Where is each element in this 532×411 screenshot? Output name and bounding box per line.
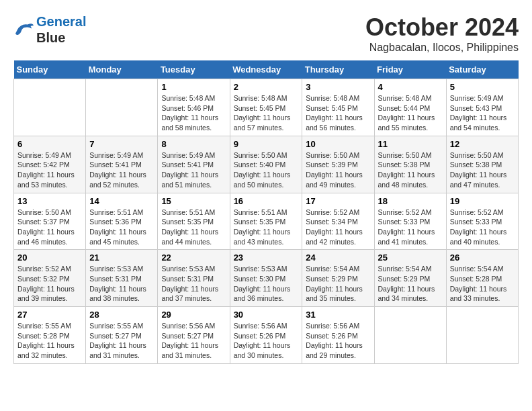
day-number: 14 bbox=[89, 196, 154, 206]
day-detail: Sunrise: 5:48 AMSunset: 5:46 PMDaylight:… bbox=[161, 93, 226, 133]
col-header-tuesday: Tuesday bbox=[158, 60, 230, 79]
day-number: 28 bbox=[89, 310, 154, 320]
day-cell: 17Sunrise: 5:52 AMSunset: 5:34 PMDayligh… bbox=[302, 193, 374, 250]
day-number: 6 bbox=[17, 139, 82, 149]
day-cell bbox=[14, 79, 86, 136]
col-header-saturday: Saturday bbox=[446, 60, 518, 79]
day-number: 13 bbox=[17, 196, 82, 206]
day-number: 16 bbox=[234, 196, 299, 206]
logo-icon bbox=[13, 19, 34, 40]
day-cell: 18Sunrise: 5:52 AMSunset: 5:33 PMDayligh… bbox=[374, 193, 446, 250]
day-cell: 3Sunrise: 5:48 AMSunset: 5:45 PMDaylight… bbox=[302, 79, 374, 136]
day-detail: Sunrise: 5:54 AMSunset: 5:29 PMDaylight:… bbox=[306, 264, 370, 304]
day-cell: 9Sunrise: 5:50 AMSunset: 5:40 PMDaylight… bbox=[230, 136, 302, 193]
day-detail: Sunrise: 5:56 AMSunset: 5:26 PMDaylight:… bbox=[234, 321, 299, 361]
day-cell: 12Sunrise: 5:50 AMSunset: 5:38 PMDayligh… bbox=[446, 136, 518, 193]
day-number: 15 bbox=[161, 196, 226, 206]
day-cell: 30Sunrise: 5:56 AMSunset: 5:26 PMDayligh… bbox=[230, 307, 302, 364]
day-detail: Sunrise: 5:50 AMSunset: 5:40 PMDaylight:… bbox=[234, 150, 299, 190]
day-cell: 24Sunrise: 5:54 AMSunset: 5:29 PMDayligh… bbox=[302, 250, 374, 307]
day-number: 1 bbox=[161, 82, 226, 92]
day-cell: 4Sunrise: 5:48 AMSunset: 5:44 PMDaylight… bbox=[374, 79, 446, 136]
day-number: 24 bbox=[306, 253, 370, 263]
day-cell: 22Sunrise: 5:53 AMSunset: 5:31 PMDayligh… bbox=[158, 250, 230, 307]
col-header-thursday: Thursday bbox=[302, 60, 374, 79]
page-header: General Blue October 2024 Nagbacalan, Il… bbox=[13, 13, 519, 54]
day-cell: 11Sunrise: 5:50 AMSunset: 5:38 PMDayligh… bbox=[374, 136, 446, 193]
day-detail: Sunrise: 5:52 AMSunset: 5:33 PMDaylight:… bbox=[378, 208, 443, 247]
day-cell: 8Sunrise: 5:49 AMSunset: 5:41 PMDaylight… bbox=[158, 136, 230, 193]
day-detail: Sunrise: 5:49 AMSunset: 5:41 PMDaylight:… bbox=[161, 150, 226, 190]
col-header-friday: Friday bbox=[374, 60, 446, 79]
day-detail: Sunrise: 5:53 AMSunset: 5:31 PMDaylight:… bbox=[161, 264, 226, 304]
day-cell: 27Sunrise: 5:55 AMSunset: 5:28 PMDayligh… bbox=[14, 307, 86, 364]
day-number: 27 bbox=[17, 310, 82, 320]
day-number: 11 bbox=[378, 139, 443, 149]
col-header-monday: Monday bbox=[86, 60, 158, 79]
day-cell: 15Sunrise: 5:51 AMSunset: 5:35 PMDayligh… bbox=[158, 193, 230, 250]
day-cell: 7Sunrise: 5:49 AMSunset: 5:41 PMDaylight… bbox=[86, 136, 158, 193]
day-detail: Sunrise: 5:53 AMSunset: 5:31 PMDaylight:… bbox=[89, 264, 154, 304]
week-row-3: 13Sunrise: 5:50 AMSunset: 5:37 PMDayligh… bbox=[14, 193, 519, 250]
day-number: 29 bbox=[161, 310, 226, 320]
day-cell: 5Sunrise: 5:49 AMSunset: 5:43 PMDaylight… bbox=[446, 79, 518, 136]
day-cell: 1Sunrise: 5:48 AMSunset: 5:46 PMDaylight… bbox=[158, 79, 230, 136]
day-detail: Sunrise: 5:49 AMSunset: 5:43 PMDaylight:… bbox=[450, 93, 515, 133]
day-number: 30 bbox=[234, 310, 299, 320]
day-cell bbox=[374, 307, 446, 364]
week-row-5: 27Sunrise: 5:55 AMSunset: 5:28 PMDayligh… bbox=[14, 307, 519, 364]
day-cell: 19Sunrise: 5:52 AMSunset: 5:33 PMDayligh… bbox=[446, 193, 518, 250]
day-cell: 10Sunrise: 5:50 AMSunset: 5:39 PMDayligh… bbox=[302, 136, 374, 193]
day-detail: Sunrise: 5:55 AMSunset: 5:28 PMDaylight:… bbox=[17, 321, 82, 361]
day-number: 12 bbox=[450, 139, 515, 149]
day-cell: 28Sunrise: 5:55 AMSunset: 5:27 PMDayligh… bbox=[86, 307, 158, 364]
day-cell: 23Sunrise: 5:53 AMSunset: 5:30 PMDayligh… bbox=[230, 250, 302, 307]
day-detail: Sunrise: 5:52 AMSunset: 5:33 PMDaylight:… bbox=[450, 208, 515, 247]
day-number: 8 bbox=[161, 139, 226, 149]
day-number: 22 bbox=[161, 253, 226, 263]
day-detail: Sunrise: 5:49 AMSunset: 5:41 PMDaylight:… bbox=[89, 150, 154, 190]
day-cell bbox=[446, 307, 518, 364]
location-subtitle: Nagbacalan, Ilocos, Philippines bbox=[365, 42, 519, 54]
day-number: 4 bbox=[378, 82, 443, 92]
day-detail: Sunrise: 5:54 AMSunset: 5:28 PMDaylight:… bbox=[450, 264, 515, 304]
day-cell: 31Sunrise: 5:56 AMSunset: 5:26 PMDayligh… bbox=[302, 307, 374, 364]
day-detail: Sunrise: 5:55 AMSunset: 5:27 PMDaylight:… bbox=[89, 321, 154, 361]
day-number: 9 bbox=[234, 139, 299, 149]
day-cell: 16Sunrise: 5:51 AMSunset: 5:35 PMDayligh… bbox=[230, 193, 302, 250]
day-cell: 6Sunrise: 5:49 AMSunset: 5:42 PMDaylight… bbox=[14, 136, 86, 193]
day-number: 23 bbox=[234, 253, 299, 263]
day-cell: 25Sunrise: 5:54 AMSunset: 5:29 PMDayligh… bbox=[374, 250, 446, 307]
week-row-1: 1Sunrise: 5:48 AMSunset: 5:46 PMDaylight… bbox=[14, 79, 519, 136]
day-number: 17 bbox=[306, 196, 370, 206]
day-detail: Sunrise: 5:52 AMSunset: 5:34 PMDaylight:… bbox=[306, 208, 370, 247]
day-detail: Sunrise: 5:50 AMSunset: 5:38 PMDaylight:… bbox=[378, 150, 443, 190]
day-number: 2 bbox=[234, 82, 299, 92]
day-cell: 21Sunrise: 5:53 AMSunset: 5:31 PMDayligh… bbox=[86, 250, 158, 307]
day-number: 19 bbox=[450, 196, 515, 206]
day-detail: Sunrise: 5:50 AMSunset: 5:39 PMDaylight:… bbox=[306, 150, 370, 190]
day-detail: Sunrise: 5:52 AMSunset: 5:32 PMDaylight:… bbox=[17, 264, 82, 304]
day-detail: Sunrise: 5:49 AMSunset: 5:42 PMDaylight:… bbox=[17, 150, 82, 190]
logo: General Blue bbox=[13, 13, 86, 46]
day-number: 3 bbox=[306, 82, 370, 92]
week-row-4: 20Sunrise: 5:52 AMSunset: 5:32 PMDayligh… bbox=[14, 250, 519, 307]
calendar-table: SundayMondayTuesdayWednesdayThursdayFrid… bbox=[13, 60, 519, 364]
day-detail: Sunrise: 5:50 AMSunset: 5:37 PMDaylight:… bbox=[17, 208, 82, 247]
day-detail: Sunrise: 5:48 AMSunset: 5:45 PMDaylight:… bbox=[234, 93, 299, 133]
day-cell: 13Sunrise: 5:50 AMSunset: 5:37 PMDayligh… bbox=[14, 193, 86, 250]
col-header-wednesday: Wednesday bbox=[230, 60, 302, 79]
logo-text: General Blue bbox=[36, 13, 86, 46]
day-number: 7 bbox=[89, 139, 154, 149]
day-detail: Sunrise: 5:53 AMSunset: 5:30 PMDaylight:… bbox=[234, 264, 299, 304]
day-detail: Sunrise: 5:50 AMSunset: 5:38 PMDaylight:… bbox=[450, 150, 515, 190]
day-cell: 2Sunrise: 5:48 AMSunset: 5:45 PMDaylight… bbox=[230, 79, 302, 136]
week-row-2: 6Sunrise: 5:49 AMSunset: 5:42 PMDaylight… bbox=[14, 136, 519, 193]
title-block: October 2024 Nagbacalan, Ilocos, Philipp… bbox=[365, 13, 519, 54]
day-detail: Sunrise: 5:48 AMSunset: 5:45 PMDaylight:… bbox=[306, 93, 370, 133]
day-cell: 20Sunrise: 5:52 AMSunset: 5:32 PMDayligh… bbox=[14, 250, 86, 307]
day-number: 18 bbox=[378, 196, 443, 206]
day-number: 21 bbox=[89, 253, 154, 263]
day-number: 10 bbox=[306, 139, 370, 149]
month-title: October 2024 bbox=[365, 13, 519, 42]
